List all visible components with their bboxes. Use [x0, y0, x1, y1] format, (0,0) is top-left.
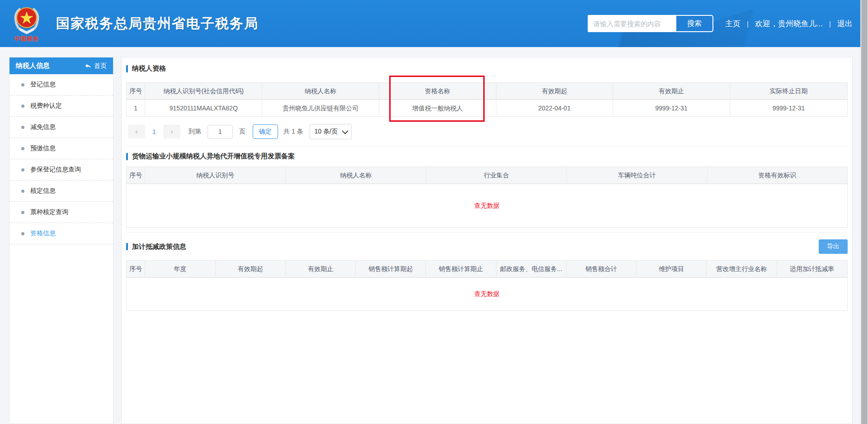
- search-button[interactable]: 搜索: [676, 15, 713, 32]
- column-header: 纳税人识别号(社会信用代码): [145, 83, 262, 100]
- column-header: 年度: [145, 261, 215, 277]
- table-cell: 增值税一般纳税人: [379, 100, 496, 116]
- column-header: 销售额计算期起: [356, 261, 426, 277]
- chevron-down-icon: [342, 128, 348, 134]
- back-arrow-icon: [85, 63, 91, 69]
- bullet-icon: [21, 211, 24, 214]
- section-title-row: 加计抵减政策信息 导出: [126, 239, 848, 254]
- column-header: 适用加计抵减率: [777, 261, 847, 277]
- column-header: 序号: [127, 83, 145, 100]
- top-nav: 主页 | 欢迎，贵州晓鱼儿... | 退出: [725, 19, 853, 29]
- column-header: 有效期止: [613, 83, 730, 100]
- sidebar-item-verification-info[interactable]: 核定信息: [9, 181, 113, 202]
- sidebar-item-label: 资格信息: [30, 229, 56, 238]
- nav-logout-link[interactable]: 退出: [837, 19, 853, 29]
- bullet-icon: [21, 83, 24, 86]
- sidebar-item-label: 票种核定查询: [30, 208, 68, 216]
- table-cell: 9999-12-31: [613, 100, 730, 116]
- table-header-row: 序号纳税人识别号(社会信用代码)纳税人名称资格名称有效期起有效期止实际终止日期: [127, 83, 847, 100]
- bullet-icon: [21, 232, 24, 235]
- title-accent-bar: [126, 65, 128, 72]
- additional-deduction-table: 序号年度有效期起有效期止销售额计算期起销售额计算期止邮政服务、电信服务...销售…: [126, 260, 848, 278]
- section-taxpayer-qualification: 纳税人资格 序号纳税人识别号(社会信用代码)纳税人名称资格名称有效期起有效期止实…: [126, 64, 848, 139]
- logo-caption: 中国税务: [14, 35, 39, 43]
- bullet-icon: [21, 147, 24, 150]
- page-size-value: 10 条/页: [315, 128, 338, 136]
- app-header: 中国税务 国家税务总局贵州省电子税务局 搜索 主页 | 欢迎，贵州晓鱼儿... …: [0, 0, 868, 47]
- sidebar-home-label: 首页: [94, 62, 107, 70]
- sidebar-item-invoice-type-query[interactable]: 票种核定查询: [9, 202, 113, 223]
- column-header: 有效期止: [286, 261, 356, 277]
- site-title: 国家税务总局贵州省电子税务局: [56, 14, 259, 33]
- column-header: 序号: [127, 261, 145, 277]
- sidebar-item-registration-info[interactable]: 登记信息: [9, 74, 113, 95]
- column-header: 有效期起: [216, 261, 286, 277]
- table-cell: 91520111MAALXTA82Q: [145, 100, 262, 116]
- section-title-text: 货物运输业小规模纳税人异地代开增值税专用发票备案: [132, 152, 295, 161]
- sidebar-item-prepayment-info[interactable]: 预缴信息: [9, 138, 113, 159]
- table-header-row: 序号年度有效期起有效期止销售额计算期起销售额计算期止邮政服务、电信服务...销售…: [127, 261, 847, 277]
- sidebar-title: 纳税人信息: [16, 62, 50, 70]
- goto-prefix-label: 到第: [189, 128, 201, 136]
- sidebar-home-link[interactable]: 首页: [85, 62, 107, 70]
- prev-page-button[interactable]: ‹: [128, 125, 145, 138]
- nav-welcome-link[interactable]: 欢迎，贵州晓鱼儿...: [755, 19, 823, 29]
- bullet-icon: [21, 168, 24, 172]
- nav-home-link[interactable]: 主页: [725, 19, 741, 29]
- table-cell: 贵州晓鱼儿供应链有限公司: [262, 100, 379, 116]
- column-header: 纳税人名称: [262, 83, 379, 100]
- sidebar-item-qualification-info[interactable]: 资格信息: [9, 223, 113, 244]
- search-input[interactable]: [588, 15, 676, 32]
- column-header: 营改增主行业名称: [707, 261, 777, 277]
- sidebar-item-label: 参保登记信息查询: [30, 166, 81, 174]
- freight-filing-empty-area: 查无数据: [126, 184, 848, 228]
- column-header: 资格有效标识: [708, 167, 847, 184]
- page: 中国税务 国家税务总局贵州省电子税务局 搜索 主页 | 欢迎，贵州晓鱼儿... …: [0, 0, 868, 424]
- freight-filing-table: 序号纳税人识别号纳税人名称行业集合车辆吨位合计资格有效标识: [126, 167, 848, 184]
- column-header: 资格名称: [379, 83, 496, 100]
- sidebar-item-label: 减免信息: [30, 123, 56, 131]
- qualification-table: 序号纳税人识别号(社会信用代码)纳税人名称资格名称有效期起有效期止实际终止日期1…: [126, 82, 848, 117]
- column-header: 维护项目: [637, 261, 707, 277]
- section-title-text: 加计抵减政策信息: [132, 243, 186, 251]
- sidebar-item-tax-type-determination[interactable]: 税费种认定: [9, 95, 113, 117]
- table-cell: 1: [127, 100, 145, 116]
- total-count-label: 共 1 条: [283, 128, 303, 136]
- tax-bureau-logo: 中国税务: [7, 4, 46, 43]
- sidebar-item-reduction-info[interactable]: 减免信息: [9, 117, 113, 138]
- table-cell: 2022-04-01: [496, 100, 613, 116]
- page-size-select[interactable]: 10 条/页: [310, 124, 352, 139]
- table-header-row: 序号纳税人识别号纳税人名称行业集合车辆吨位合计资格有效标识: [127, 167, 847, 184]
- tax-emblem-icon: [10, 4, 43, 37]
- column-header: 纳税人名称: [286, 167, 426, 184]
- section-title: 纳税人资格: [126, 64, 848, 73]
- section-title: 货物运输业小规模纳税人异地代开增值税专用发票备案: [126, 152, 848, 161]
- section-freight-filing: 货物运输业小规模纳税人异地代开增值税专用发票备案 序号纳税人识别号纳税人名称行业…: [126, 146, 848, 228]
- export-button[interactable]: 导出: [819, 239, 848, 254]
- header-search: 搜索: [588, 15, 713, 32]
- additional-deduction-empty-area: 查无数据: [126, 278, 848, 311]
- sidebar-item-label: 税费种认定: [30, 102, 62, 110]
- sidebar-item-label: 预缴信息: [30, 144, 56, 152]
- title-accent-bar: [126, 153, 128, 160]
- sidebar-item-insurance-registration-query[interactable]: 参保登记信息查询: [9, 159, 113, 181]
- scrollbar-thumb[interactable]: [861, 0, 868, 424]
- bullet-icon: [21, 126, 24, 129]
- sidebar: 纳税人信息 首页 登记信息 税费种认定 减免信息 预缴信息 参保登记: [9, 57, 113, 424]
- column-header: 邮政服务、电信服务...: [496, 261, 566, 277]
- column-header: 销售额计算期止: [426, 261, 496, 277]
- empty-state-text: 查无数据: [127, 184, 847, 227]
- page-scrollbar[interactable]: [860, 0, 868, 424]
- goto-page-input[interactable]: [208, 125, 233, 138]
- section-title-text: 纳税人资格: [132, 64, 166, 73]
- sidebar-header: 纳税人信息 首页: [9, 57, 113, 74]
- current-page-number[interactable]: 1: [145, 128, 163, 135]
- column-header: 有效期起: [496, 83, 613, 100]
- title-accent-bar: [126, 243, 128, 250]
- next-page-button[interactable]: ›: [163, 125, 180, 138]
- confirm-page-button[interactable]: 确定: [253, 124, 278, 139]
- column-header: 销售额合计: [566, 261, 637, 277]
- bullet-icon: [21, 190, 24, 193]
- bullet-icon: [21, 105, 24, 108]
- column-header: 序号: [127, 167, 145, 184]
